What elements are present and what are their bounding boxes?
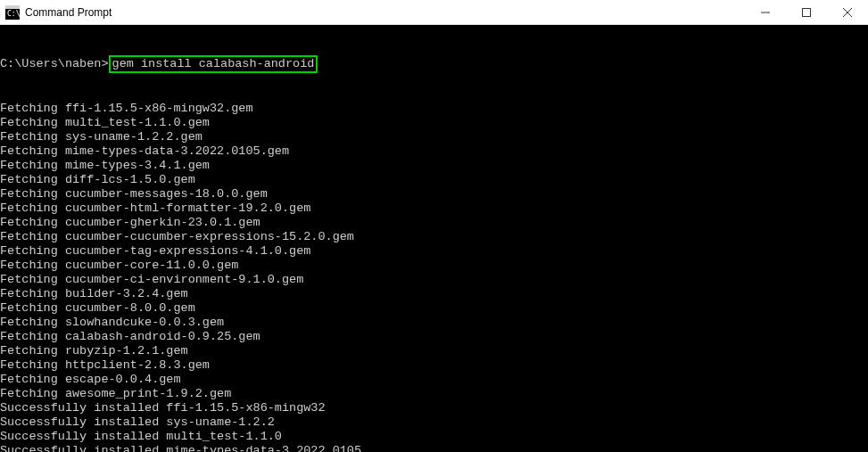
console-line: Fetching escape-0.0.4.gem — [0, 373, 868, 387]
console-line: Fetching cucumber-ci-environment-9.1.0.g… — [0, 273, 868, 287]
console-line: Fetching cucumber-messages-18.0.0.gem — [0, 187, 868, 201]
minimize-button[interactable] — [745, 0, 786, 25]
cmd-icon: C:\ — [5, 5, 20, 20]
console-line: Fetching calabash-android-0.9.25.gem — [0, 330, 868, 344]
highlighted-command: gem install calabash-android — [109, 55, 318, 73]
console-line: Successfully installed mime-types-data-3… — [0, 444, 868, 452]
console-line: Successfully installed multi_test-1.1.0 — [0, 430, 868, 444]
console-line: Fetching sys-uname-1.2.2.gem — [0, 130, 868, 144]
console-line: Fetching cucumber-html-formatter-19.2.0.… — [0, 201, 868, 216]
window-controls — [745, 0, 868, 24]
console-line: Fetching cucumber-gherkin-23.0.1.gem — [0, 216, 868, 230]
console-line: Fetching cucumber-cucumber-expressions-1… — [0, 230, 868, 244]
svg-rect-4 — [803, 9, 811, 17]
prompt-line: C:\Users\naben>gem install calabash-andr… — [0, 55, 868, 73]
console-line: Fetching rubyzip-1.2.1.gem — [0, 344, 868, 358]
console-line: Fetching awesome_print-1.9.2.gem — [0, 387, 868, 401]
close-button[interactable] — [827, 0, 868, 25]
console-line: Fetching httpclient-2.8.3.gem — [0, 358, 868, 373]
maximize-button[interactable] — [786, 0, 827, 25]
console-line: Fetching builder-3.2.4.gem — [0, 287, 868, 301]
console-line: Successfully installed sys-uname-1.2.2 — [0, 415, 868, 430]
console-line: Successfully installed ffi-1.15.5-x86-mi… — [0, 401, 868, 415]
console-line: Fetching mime-types-data-3.2022.0105.gem — [0, 144, 868, 159]
prompt-path: C:\Users\naben> — [0, 57, 109, 71]
titlebar[interactable]: C:\ Command Prompt — [0, 0, 868, 25]
console-line: Fetching slowhandcuke-0.0.3.gem — [0, 316, 868, 330]
svg-rect-1 — [5, 5, 20, 9]
console-line: Fetching cucumber-8.0.0.gem — [0, 301, 868, 316]
console-line: Fetching cucumber-core-11.0.0.gem — [0, 259, 868, 273]
console-output[interactable]: C:\Users\naben>gem install calabash-andr… — [0, 25, 868, 452]
window-title: Command Prompt — [25, 6, 745, 19]
console-line: Fetching ffi-1.15.5-x86-mingw32.gem — [0, 102, 868, 116]
console-line: Fetching mime-types-3.4.1.gem — [0, 159, 868, 173]
svg-text:C:\: C:\ — [7, 10, 20, 18]
console-line: Fetching multi_test-1.1.0.gem — [0, 116, 868, 130]
console-line: Fetching cucumber-tag-expressions-4.1.0.… — [0, 244, 868, 259]
console-line: Fetching diff-lcs-1.5.0.gem — [0, 173, 868, 187]
